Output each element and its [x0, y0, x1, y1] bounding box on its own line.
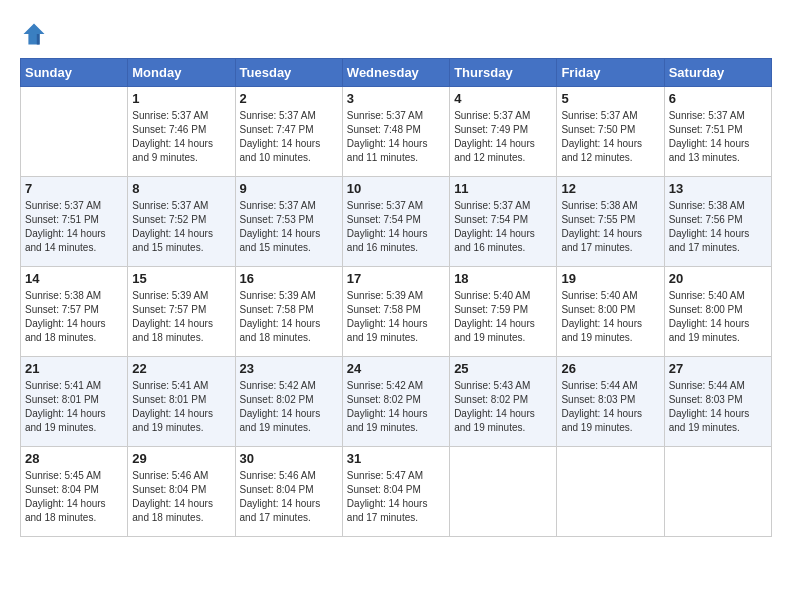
- calendar-week-row: 21Sunrise: 5:41 AMSunset: 8:01 PMDayligh…: [21, 357, 772, 447]
- day-info: Sunrise: 5:46 AMSunset: 8:04 PMDaylight:…: [132, 469, 230, 525]
- day-number: 1: [132, 91, 230, 106]
- day-number: 10: [347, 181, 445, 196]
- day-info: Sunrise: 5:37 AMSunset: 7:48 PMDaylight:…: [347, 109, 445, 165]
- day-number: 9: [240, 181, 338, 196]
- day-info: Sunrise: 5:41 AMSunset: 8:01 PMDaylight:…: [132, 379, 230, 435]
- day-number: 20: [669, 271, 767, 286]
- day-info: Sunrise: 5:37 AMSunset: 7:52 PMDaylight:…: [132, 199, 230, 255]
- calendar-week-row: 14Sunrise: 5:38 AMSunset: 7:57 PMDayligh…: [21, 267, 772, 357]
- day-info: Sunrise: 5:40 AMSunset: 8:00 PMDaylight:…: [561, 289, 659, 345]
- weekday-header: Wednesday: [342, 59, 449, 87]
- day-number: 16: [240, 271, 338, 286]
- day-info: Sunrise: 5:37 AMSunset: 7:47 PMDaylight:…: [240, 109, 338, 165]
- calendar-cell: 31Sunrise: 5:47 AMSunset: 8:04 PMDayligh…: [342, 447, 449, 537]
- day-number: 25: [454, 361, 552, 376]
- calendar-cell: 28Sunrise: 5:45 AMSunset: 8:04 PMDayligh…: [21, 447, 128, 537]
- day-number: 4: [454, 91, 552, 106]
- day-info: Sunrise: 5:44 AMSunset: 8:03 PMDaylight:…: [561, 379, 659, 435]
- day-info: Sunrise: 5:42 AMSunset: 8:02 PMDaylight:…: [240, 379, 338, 435]
- day-number: 26: [561, 361, 659, 376]
- day-number: 29: [132, 451, 230, 466]
- svg-marker-0: [24, 24, 45, 45]
- weekday-header: Tuesday: [235, 59, 342, 87]
- calendar: SundayMondayTuesdayWednesdayThursdayFrid…: [20, 58, 772, 537]
- day-number: 23: [240, 361, 338, 376]
- day-number: 27: [669, 361, 767, 376]
- calendar-cell: 7Sunrise: 5:37 AMSunset: 7:51 PMDaylight…: [21, 177, 128, 267]
- day-info: Sunrise: 5:37 AMSunset: 7:51 PMDaylight:…: [25, 199, 123, 255]
- day-number: 7: [25, 181, 123, 196]
- calendar-cell: 16Sunrise: 5:39 AMSunset: 7:58 PMDayligh…: [235, 267, 342, 357]
- calendar-week-row: 28Sunrise: 5:45 AMSunset: 8:04 PMDayligh…: [21, 447, 772, 537]
- day-info: Sunrise: 5:39 AMSunset: 7:58 PMDaylight:…: [240, 289, 338, 345]
- day-number: 14: [25, 271, 123, 286]
- calendar-cell: 8Sunrise: 5:37 AMSunset: 7:52 PMDaylight…: [128, 177, 235, 267]
- day-info: Sunrise: 5:41 AMSunset: 8:01 PMDaylight:…: [25, 379, 123, 435]
- calendar-cell: 18Sunrise: 5:40 AMSunset: 7:59 PMDayligh…: [450, 267, 557, 357]
- logo: [20, 20, 52, 48]
- calendar-header-row: SundayMondayTuesdayWednesdayThursdayFrid…: [21, 59, 772, 87]
- calendar-cell: 17Sunrise: 5:39 AMSunset: 7:58 PMDayligh…: [342, 267, 449, 357]
- day-info: Sunrise: 5:38 AMSunset: 7:55 PMDaylight:…: [561, 199, 659, 255]
- calendar-cell: 19Sunrise: 5:40 AMSunset: 8:00 PMDayligh…: [557, 267, 664, 357]
- calendar-cell: 30Sunrise: 5:46 AMSunset: 8:04 PMDayligh…: [235, 447, 342, 537]
- weekday-header: Saturday: [664, 59, 771, 87]
- day-number: 22: [132, 361, 230, 376]
- day-number: 15: [132, 271, 230, 286]
- calendar-cell: [450, 447, 557, 537]
- calendar-cell: 1Sunrise: 5:37 AMSunset: 7:46 PMDaylight…: [128, 87, 235, 177]
- calendar-cell: 11Sunrise: 5:37 AMSunset: 7:54 PMDayligh…: [450, 177, 557, 267]
- day-number: 30: [240, 451, 338, 466]
- day-info: Sunrise: 5:42 AMSunset: 8:02 PMDaylight:…: [347, 379, 445, 435]
- calendar-week-row: 7Sunrise: 5:37 AMSunset: 7:51 PMDaylight…: [21, 177, 772, 267]
- day-number: 2: [240, 91, 338, 106]
- calendar-cell: 6Sunrise: 5:37 AMSunset: 7:51 PMDaylight…: [664, 87, 771, 177]
- day-info: Sunrise: 5:37 AMSunset: 7:53 PMDaylight:…: [240, 199, 338, 255]
- day-number: 11: [454, 181, 552, 196]
- day-info: Sunrise: 5:47 AMSunset: 8:04 PMDaylight:…: [347, 469, 445, 525]
- calendar-cell: 29Sunrise: 5:46 AMSunset: 8:04 PMDayligh…: [128, 447, 235, 537]
- day-number: 6: [669, 91, 767, 106]
- calendar-cell: 22Sunrise: 5:41 AMSunset: 8:01 PMDayligh…: [128, 357, 235, 447]
- day-info: Sunrise: 5:44 AMSunset: 8:03 PMDaylight:…: [669, 379, 767, 435]
- calendar-cell: 24Sunrise: 5:42 AMSunset: 8:02 PMDayligh…: [342, 357, 449, 447]
- day-info: Sunrise: 5:40 AMSunset: 8:00 PMDaylight:…: [669, 289, 767, 345]
- calendar-cell: 27Sunrise: 5:44 AMSunset: 8:03 PMDayligh…: [664, 357, 771, 447]
- calendar-cell: 15Sunrise: 5:39 AMSunset: 7:57 PMDayligh…: [128, 267, 235, 357]
- calendar-cell: 20Sunrise: 5:40 AMSunset: 8:00 PMDayligh…: [664, 267, 771, 357]
- calendar-week-row: 1Sunrise: 5:37 AMSunset: 7:46 PMDaylight…: [21, 87, 772, 177]
- day-number: 31: [347, 451, 445, 466]
- day-info: Sunrise: 5:43 AMSunset: 8:02 PMDaylight:…: [454, 379, 552, 435]
- day-info: Sunrise: 5:37 AMSunset: 7:54 PMDaylight:…: [347, 199, 445, 255]
- day-number: 3: [347, 91, 445, 106]
- day-info: Sunrise: 5:38 AMSunset: 7:57 PMDaylight:…: [25, 289, 123, 345]
- day-number: 17: [347, 271, 445, 286]
- day-info: Sunrise: 5:46 AMSunset: 8:04 PMDaylight:…: [240, 469, 338, 525]
- day-info: Sunrise: 5:38 AMSunset: 7:56 PMDaylight:…: [669, 199, 767, 255]
- day-info: Sunrise: 5:37 AMSunset: 7:46 PMDaylight:…: [132, 109, 230, 165]
- calendar-cell: 5Sunrise: 5:37 AMSunset: 7:50 PMDaylight…: [557, 87, 664, 177]
- calendar-cell: 10Sunrise: 5:37 AMSunset: 7:54 PMDayligh…: [342, 177, 449, 267]
- logo-icon: [20, 20, 48, 48]
- calendar-cell: 23Sunrise: 5:42 AMSunset: 8:02 PMDayligh…: [235, 357, 342, 447]
- day-number: 8: [132, 181, 230, 196]
- day-info: Sunrise: 5:37 AMSunset: 7:51 PMDaylight:…: [669, 109, 767, 165]
- calendar-cell: 25Sunrise: 5:43 AMSunset: 8:02 PMDayligh…: [450, 357, 557, 447]
- day-number: 21: [25, 361, 123, 376]
- day-info: Sunrise: 5:45 AMSunset: 8:04 PMDaylight:…: [25, 469, 123, 525]
- day-info: Sunrise: 5:37 AMSunset: 7:50 PMDaylight:…: [561, 109, 659, 165]
- day-info: Sunrise: 5:39 AMSunset: 7:57 PMDaylight:…: [132, 289, 230, 345]
- day-number: 5: [561, 91, 659, 106]
- calendar-cell: [21, 87, 128, 177]
- calendar-cell: 3Sunrise: 5:37 AMSunset: 7:48 PMDaylight…: [342, 87, 449, 177]
- day-info: Sunrise: 5:37 AMSunset: 7:49 PMDaylight:…: [454, 109, 552, 165]
- day-info: Sunrise: 5:37 AMSunset: 7:54 PMDaylight:…: [454, 199, 552, 255]
- weekday-header: Friday: [557, 59, 664, 87]
- calendar-cell: 13Sunrise: 5:38 AMSunset: 7:56 PMDayligh…: [664, 177, 771, 267]
- day-info: Sunrise: 5:39 AMSunset: 7:58 PMDaylight:…: [347, 289, 445, 345]
- calendar-cell: 12Sunrise: 5:38 AMSunset: 7:55 PMDayligh…: [557, 177, 664, 267]
- day-number: 18: [454, 271, 552, 286]
- day-number: 12: [561, 181, 659, 196]
- day-info: Sunrise: 5:40 AMSunset: 7:59 PMDaylight:…: [454, 289, 552, 345]
- calendar-cell: 26Sunrise: 5:44 AMSunset: 8:03 PMDayligh…: [557, 357, 664, 447]
